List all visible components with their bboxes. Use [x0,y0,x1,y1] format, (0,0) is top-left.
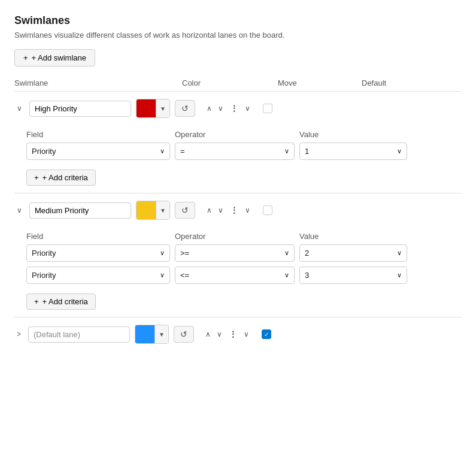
default-lane-color-picker: ▼ [135,325,169,344]
add-swimlane-button[interactable]: + + Add swimlane [14,49,95,66]
medium-priority-add-criteria-button[interactable]: + + Add criteria [26,293,96,310]
medium-priority-move-controls: ∧ ∨ ⋮ ∨ [205,204,252,216]
high-priority-move-down-button[interactable]: ∨ [216,103,225,114]
default-lane-move-up-button[interactable]: ∧ [204,329,213,340]
medium-priority-field-2-value: Priority [32,271,56,280]
medium-priority-operator-select-1[interactable]: >= ∨ [175,244,295,262]
default-lane-move-controls: ∧ ∨ ⋮ ∨ [204,328,251,340]
table-header: Swimlane Color Move Default [14,78,462,92]
field-header-2: Field [26,232,170,241]
default-lane-move-down-button[interactable]: ∨ [215,329,224,340]
value-header: Value [299,130,407,139]
high-priority-operator-value: = [180,147,185,156]
medium-priority-move-down-button[interactable]: ∨ [216,205,225,216]
high-priority-color-swatch[interactable] [137,99,156,117]
high-priority-add-criteria-button[interactable]: + + Add criteria [26,170,96,186]
medium-priority-operator-2-arrow: ∨ [284,271,289,279]
high-priority-criteria-row-1: Priority ∨ = ∨ 1 ∨ [26,143,462,160]
high-priority-field-value: Priority [32,147,56,156]
medium-priority-criteria-row-2: Priority ∨ <= ∨ 3 ∨ [26,267,462,284]
add-criteria-label-1: + Add criteria [43,173,88,182]
collapse-default-lane-button[interactable]: > [14,329,23,340]
value-header-2: Value [299,232,407,241]
add-swimlane-label: + Add swimlane [32,53,86,62]
high-priority-more-button[interactable]: ⋮ [228,102,241,114]
plus-icon-criteria-2: + [34,297,39,306]
collapse-medium-priority-button[interactable]: ∨ [14,205,25,216]
default-lane-color-swatch[interactable] [135,325,154,343]
plus-icon: + [23,53,28,62]
add-criteria-label-2: + Add criteria [43,297,88,306]
swimlane-row-medium-priority: ∨ ▼ ↺ ∧ ∨ ⋮ ∨ Field Operator Value Prior… [14,193,462,317]
medium-priority-operator-2-value: <= [180,271,189,280]
medium-priority-value-2-value: 3 [305,271,309,280]
medium-priority-color-dropdown-button[interactable]: ▼ [156,201,169,219]
high-priority-color-picker: ▼ [136,99,170,118]
high-priority-move-controls: ∧ ∨ ⋮ ∨ [205,102,252,114]
medium-priority-value-select-1[interactable]: 2 ∨ [299,244,407,262]
medium-priority-move-up-button[interactable]: ∧ [205,205,214,216]
medium-priority-field-1-arrow: ∨ [160,249,165,257]
medium-priority-default-checkbox[interactable] [263,205,272,215]
medium-priority-criteria-row-1: Priority ∨ >= ∨ 2 ∨ [26,244,462,262]
medium-priority-refresh-button[interactable]: ↺ [175,202,195,219]
page-title: Swimlanes [14,14,462,27]
operator-header-2: Operator [175,232,295,241]
medium-priority-field-2-arrow: ∨ [160,271,165,279]
operator-header: Operator [175,130,295,139]
collapse-high-priority-button[interactable]: ∨ [14,103,25,114]
high-priority-move-up-button[interactable]: ∧ [205,103,214,114]
medium-priority-field-select-2[interactable]: Priority ∨ [26,267,170,284]
medium-priority-criteria-section: Field Operator Value Priority ∨ >= ∨ 2 ∨… [26,227,462,310]
swimlane-col-header: Swimlane [14,78,182,87]
high-priority-color-dropdown-button[interactable]: ▼ [156,99,169,117]
high-priority-field-select[interactable]: Priority ∨ [26,143,170,160]
high-priority-name-input[interactable] [29,101,131,117]
high-priority-default-checkbox[interactable] [263,104,272,113]
high-priority-value-value: 1 [305,147,309,156]
medium-priority-value-2-arrow: ∨ [397,271,402,279]
plus-icon-criteria-1: + [34,173,39,182]
medium-priority-field-1-value: Priority [32,249,56,258]
default-lane-refresh-button[interactable]: ↺ [174,326,194,343]
field-header: Field [26,130,170,139]
page-description: Swimlanes visualize different classes of… [14,31,462,40]
color-col-header: Color [182,78,278,87]
medium-priority-operator-select-2[interactable]: <= ∨ [175,267,295,284]
default-lane-expand-button[interactable]: ∨ [242,329,251,340]
default-lane-name-input[interactable] [28,326,130,343]
default-col-header: Default [362,78,410,87]
swimlane-row-default-lane: > ▼ ↺ ∧ ∨ ⋮ ∨ [14,317,462,358]
high-priority-refresh-button[interactable]: ↺ [175,100,195,117]
default-lane-color-dropdown-button[interactable]: ▼ [154,325,168,343]
default-lane-more-button[interactable]: ⋮ [226,328,239,340]
high-priority-operator-arrow: ∨ [284,147,289,155]
default-lane-default-checkbox[interactable] [262,329,271,339]
medium-priority-operator-1-value: >= [180,249,189,258]
high-priority-expand-button[interactable]: ∨ [243,103,252,114]
medium-priority-value-1-arrow: ∨ [397,249,402,257]
medium-priority-value-select-2[interactable]: 3 ∨ [299,267,407,284]
medium-priority-color-picker: ▼ [136,201,170,220]
medium-priority-expand-button[interactable]: ∨ [243,205,252,216]
high-priority-operator-select[interactable]: = ∨ [175,143,295,160]
medium-priority-color-swatch[interactable] [137,201,156,219]
medium-priority-name-input[interactable] [29,202,131,219]
high-priority-value-arrow: ∨ [397,147,402,155]
medium-priority-value-1-value: 2 [305,249,309,258]
high-priority-value-select[interactable]: 1 ∨ [299,143,407,160]
swimlane-row-high-priority: ∨ ▼ ↺ ∧ ∨ ⋮ ∨ Field Operator Value Prior… [14,92,462,193]
medium-priority-more-button[interactable]: ⋮ [228,204,241,216]
move-col-header: Move [278,78,362,87]
medium-priority-operator-1-arrow: ∨ [284,249,289,257]
high-priority-criteria-section: Field Operator Value Priority ∨ = ∨ 1 ∨ … [26,125,462,186]
high-priority-field-arrow: ∨ [160,147,165,155]
medium-priority-field-select-1[interactable]: Priority ∨ [26,244,170,262]
